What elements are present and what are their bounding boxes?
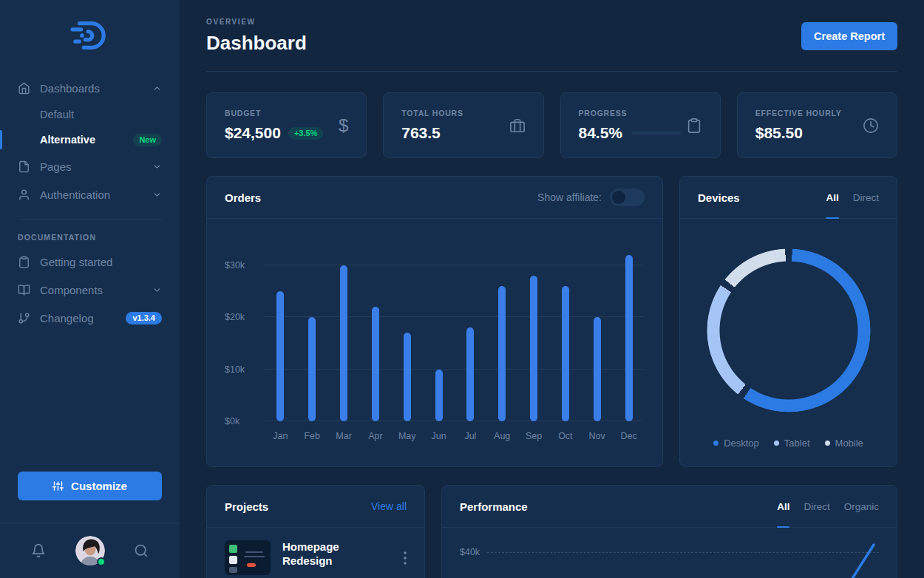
sidebar-item-alternative[interactable]: Alternative New xyxy=(18,127,162,152)
briefcase-icon xyxy=(509,118,526,134)
legend-label: Tablet xyxy=(784,438,810,449)
legend-dot xyxy=(774,441,779,446)
stat-label: Total hours xyxy=(401,109,463,118)
bar-column xyxy=(359,307,391,421)
project-list-item[interactable]: Homepage Redesign xyxy=(207,528,424,578)
bar-column xyxy=(518,276,550,421)
orders-bar-chart: $0k$10k$20k$30k JanFebMarAprMayJunJulAug… xyxy=(225,235,645,441)
devices-tab-all[interactable]: All xyxy=(826,177,838,218)
orders-card: Orders Show affiliate: $0k$10k$20k$30k J… xyxy=(206,176,663,467)
legend-dot xyxy=(713,441,719,446)
stat-label: Progress xyxy=(579,109,682,118)
devices-tabs: All Direct xyxy=(826,177,879,218)
page-header: Overview Dashboard Create Report xyxy=(206,18,897,72)
stat-value: 84.5% xyxy=(579,124,623,142)
bar-column xyxy=(486,286,518,421)
devices-legend: DesktopTabletMobile xyxy=(698,438,879,449)
gridline xyxy=(487,552,879,553)
x-axis-tick-label: Jan xyxy=(265,431,296,441)
devices-card-title: Devices xyxy=(698,191,740,204)
performance-tabs: All Direct Organic xyxy=(777,486,879,527)
file-icon xyxy=(18,160,30,173)
sidebar-item-default[interactable]: Default xyxy=(18,102,162,127)
customize-button[interactable]: Customize xyxy=(18,472,162,500)
sidebar-item-dashboards[interactable]: Dashboards xyxy=(18,74,162,102)
chevron-down-icon xyxy=(152,190,162,200)
book-open-icon xyxy=(18,284,30,296)
performance-tab-organic[interactable]: Organic xyxy=(844,486,879,527)
y-axis-tick-label: $20k xyxy=(225,311,259,323)
bar-column xyxy=(455,327,486,421)
devices-card: Devices All Direct DesktopTabletMobile xyxy=(679,176,897,467)
sidebar-doc-nav: Getting started Components Changelog v1.… xyxy=(0,248,180,332)
view-all-link[interactable]: View all xyxy=(371,500,407,512)
sidebar-item-components[interactable]: Components xyxy=(18,276,162,304)
sidebar-item-label: Authentication xyxy=(40,188,110,201)
y-axis-tick-label: $10k xyxy=(225,364,259,375)
bar-nov xyxy=(594,317,601,421)
legend-label: Mobile xyxy=(835,438,863,449)
legend-item-mobile: Mobile xyxy=(825,438,863,449)
sidebar-item-label: Getting started xyxy=(40,256,112,268)
x-axis-tick-label: Nov xyxy=(581,431,613,441)
new-badge: New xyxy=(133,134,162,146)
performance-tab-direct[interactable]: Direct xyxy=(804,486,829,527)
budget-stat-card: Budget $24,500 +3.5% $ xyxy=(206,92,367,158)
legend-dot xyxy=(825,441,830,446)
sliders-icon xyxy=(52,480,64,492)
effective-hourly-stat-card: Effective hourly $85.50 xyxy=(737,92,897,158)
legend-label: Desktop xyxy=(724,438,759,449)
clock-icon xyxy=(863,118,879,134)
performance-tab-all[interactable]: All xyxy=(777,486,789,527)
stat-value: $24,500 xyxy=(225,124,281,142)
sidebar: Dashboards Default Alternative New Pages… xyxy=(0,0,180,578)
create-report-button[interactable]: Create Report xyxy=(801,22,897,50)
chevron-down-icon xyxy=(152,162,162,171)
x-axis-tick-label: Jul xyxy=(455,431,486,441)
total-hours-stat-card: Total hours 763.5 xyxy=(383,92,543,158)
show-affiliate-toggle[interactable] xyxy=(610,188,645,206)
stat-label: Budget xyxy=(225,109,323,118)
sidebar-footer xyxy=(0,523,180,578)
devices-doughnut-chart xyxy=(707,248,871,412)
legend-item-tablet: Tablet xyxy=(774,438,810,449)
stat-value: 763.5 xyxy=(401,124,441,142)
show-affiliate-label: Show affiliate: xyxy=(537,191,602,203)
orders-card-title: Orders xyxy=(225,191,261,204)
project-thumbnail xyxy=(225,540,271,575)
main-content: Overview Dashboard Create Report Budget … xyxy=(180,0,924,578)
bar-column xyxy=(613,255,645,421)
sidebar-item-label: Dashboards xyxy=(40,82,100,95)
bell-icon[interactable] xyxy=(31,543,46,558)
sidebar-item-changelog[interactable]: Changelog v1.3.4 xyxy=(18,304,162,332)
x-axis-tick-label: Dec xyxy=(613,431,645,441)
budget-change-badge: +3.5% xyxy=(288,127,324,140)
kebab-menu-icon[interactable] xyxy=(404,551,407,565)
customize-label: Customize xyxy=(71,480,127,492)
x-axis-tick-label: Aug xyxy=(486,431,518,441)
x-axis-tick-label: Mar xyxy=(328,431,360,441)
bar-column xyxy=(328,265,360,421)
y-axis-tick-label: $40k xyxy=(460,547,480,557)
sidebar-item-pages[interactable]: Pages xyxy=(18,152,162,180)
sidebar-item-getting-started[interactable]: Getting started xyxy=(18,248,162,276)
bar-feb xyxy=(308,317,316,421)
user-avatar[interactable] xyxy=(75,536,105,565)
y-axis-tick-label: $30k xyxy=(225,259,259,271)
devices-tab-direct[interactable]: Direct xyxy=(853,177,879,218)
sidebar-item-authentication[interactable]: Authentication xyxy=(18,180,162,208)
sidebar-item-label: Alternative xyxy=(40,134,95,146)
bar-mar xyxy=(340,265,347,421)
bar-column xyxy=(296,317,328,421)
x-axis-tick-label: Jun xyxy=(423,431,455,441)
bar-jan xyxy=(276,291,284,421)
online-status-dot xyxy=(97,557,106,566)
dashkit-logo[interactable] xyxy=(69,19,112,52)
bar-column xyxy=(423,370,455,421)
documentation-heading: Documentation xyxy=(0,220,180,248)
bars-area xyxy=(265,235,645,421)
version-badge: v1.3.4 xyxy=(126,312,162,324)
home-icon xyxy=(18,82,30,95)
search-icon[interactable] xyxy=(134,543,149,558)
bar-jun xyxy=(435,370,443,421)
